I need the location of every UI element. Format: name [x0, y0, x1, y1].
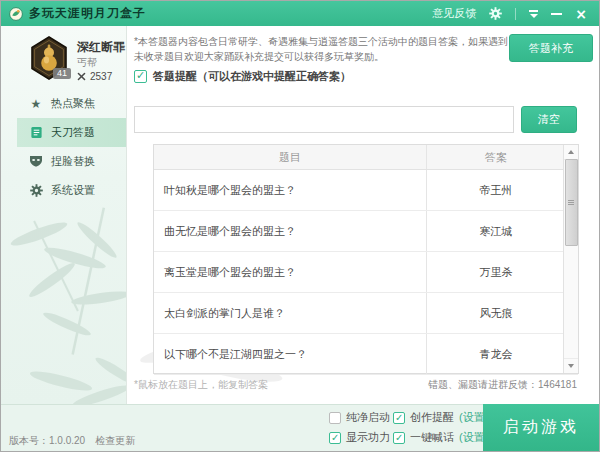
checkbox-icon[interactable]: [329, 432, 341, 444]
option-label: 纯净启动: [346, 410, 390, 425]
app-window: 多玩天涯明月刀盒子 意见反馈: [0, 0, 600, 452]
titlebar-divider: [515, 8, 516, 20]
sidebar-menu: ★ 热点聚焦 天刀答题: [1, 89, 127, 205]
footnote-feedback-group: 错题、漏题请进群反馈：1464181: [428, 378, 577, 392]
feedback-link[interactable]: 意见反馈: [432, 6, 476, 21]
question-cell[interactable]: 离玉堂是哪个盟会的盟主？: [154, 252, 427, 292]
user-power-value: 2537: [90, 71, 112, 82]
question-cell[interactable]: 太白剑派的掌门人是谁？: [154, 293, 427, 333]
sidebar-item-label: 捏脸替换: [51, 154, 95, 169]
scroll-down-icon[interactable]: [564, 358, 578, 373]
table-row[interactable]: 离玉堂是哪个盟会的盟主？ 万里杀: [154, 252, 578, 293]
answer-cell: 寒江城: [427, 211, 565, 251]
scrollbar-thumb[interactable]: [565, 159, 578, 246]
option-label: 一键喊话: [410, 430, 454, 445]
mask-icon: [29, 155, 43, 168]
sidebar-item-face-swap[interactable]: 捏脸替换: [17, 147, 127, 176]
close-icon[interactable]: ×: [575, 7, 587, 21]
user-name: 深红断罪: [77, 39, 125, 56]
star-icon: ★: [29, 98, 43, 110]
question-cell[interactable]: 曲无忆是哪个盟会的盟主？: [154, 211, 427, 251]
app-logo-icon: [9, 7, 23, 21]
scroll-up-icon[interactable]: [564, 145, 578, 160]
option-label: 显示功力: [346, 430, 390, 445]
answer-cell: 青龙会: [427, 334, 565, 374]
option-creation-remind[interactable]: 创作提醒 (设置): [393, 410, 488, 425]
option-show-power[interactable]: 显示功力: [329, 430, 390, 445]
sidebar-item-settings[interactable]: 系统设置: [17, 176, 127, 205]
option-clean-launch[interactable]: 纯净启动: [329, 410, 390, 425]
table-header: 题目 答案: [154, 145, 578, 170]
checkbox-icon[interactable]: [329, 412, 341, 424]
question-cell[interactable]: 叶知秋是哪个盟会的盟主？: [154, 170, 427, 210]
sidebar-item-label: 天刀答题: [51, 125, 95, 140]
window-title: 多玩天涯明月刀盒子: [29, 5, 146, 22]
table-row[interactable]: 太白剑派的掌门人是谁？ 风无痕: [154, 293, 578, 334]
option-quick-shout[interactable]: 一键喊话 (设置): [393, 430, 488, 445]
sidebar: 41 深红断罪 丐帮 2537 ★ 热点聚焦: [1, 26, 127, 404]
sidebar-item-quiz[interactable]: 天刀答题: [17, 118, 127, 147]
table-row[interactable]: 曲无忆是哪个盟会的盟主？ 寒江城: [154, 211, 578, 252]
header-question: 题目: [154, 145, 427, 169]
gear-icon: [29, 184, 43, 197]
clear-button[interactable]: 清空: [521, 106, 577, 133]
answer-book-icon: [29, 126, 43, 139]
minimize-icon[interactable]: [551, 13, 562, 15]
sidebar-item-hot-focus[interactable]: ★ 热点聚焦: [17, 89, 127, 118]
answer-cell: 风无痕: [427, 293, 565, 333]
option-label: 创作提醒: [410, 410, 454, 425]
level-badge: 41: [53, 68, 71, 79]
version-label: 版本号：1.0.0.20: [9, 434, 85, 448]
search-input[interactable]: [134, 106, 514, 133]
answer-cell: 帝王州: [427, 170, 565, 210]
table-row[interactable]: 叶知秋是哪个盟会的盟主？ 帝王州: [154, 170, 578, 211]
checkbox-icon[interactable]: [393, 432, 405, 444]
titlebar: 多玩天涯明月刀盒子 意见反馈: [1, 1, 599, 26]
description-text: *本答题器内容包含日常研学、奇遇雅集与逍遥答题三个活动中的题目答案，如果遇到未收…: [134, 34, 512, 64]
gear-icon[interactable]: [489, 7, 502, 20]
answer-cell: 万里杀: [427, 252, 565, 292]
power-icon: [77, 72, 86, 81]
sidebar-item-label: 热点聚焦: [51, 96, 95, 111]
question-cell[interactable]: 以下哪个不是江湖四盟之一？: [154, 334, 427, 374]
user-guild: 丐帮: [77, 56, 97, 70]
launch-game-button[interactable]: 启动游戏: [483, 404, 599, 451]
bamboo-watermark: [21, 356, 127, 404]
quiz-table: 题目 答案 叶知秋是哪个盟会的盟主？ 帝王州 曲无忆是哪个盟会的盟主？ 寒江城 …: [153, 144, 579, 374]
sidebar-item-label: 系统设置: [51, 183, 95, 198]
supplement-button[interactable]: 答题补充: [509, 34, 593, 62]
checkbox-icon[interactable]: [393, 412, 405, 424]
footnote-copy-hint: *鼠标放在题目上，能复制答案: [134, 378, 268, 392]
checkbox-icon[interactable]: [134, 70, 147, 83]
minimize-to-tray-icon[interactable]: [529, 10, 538, 18]
bamboo-watermark: [1, 206, 127, 404]
check-update-link[interactable]: 检查更新: [95, 434, 135, 448]
table-row[interactable]: 以下哪个不是江湖四盟之一？ 青龙会: [154, 334, 578, 375]
header-answer: 答案: [427, 145, 565, 169]
scrollbar[interactable]: [563, 145, 578, 373]
remind-label: 答题提醒（可以在游戏中提醒正确答案）: [153, 69, 351, 84]
remind-checkbox[interactable]: 答题提醒（可以在游戏中提醒正确答案）: [134, 69, 351, 84]
